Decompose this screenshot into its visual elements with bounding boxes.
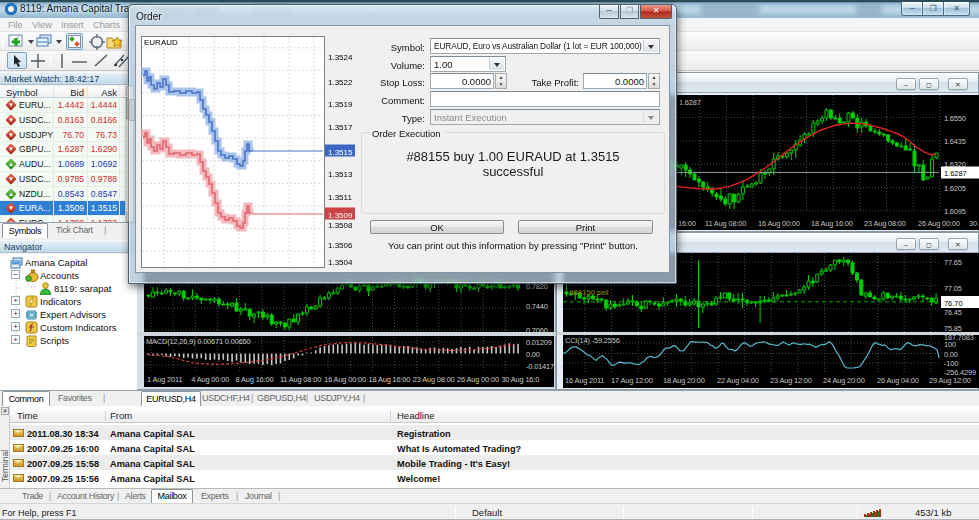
svg-text:1.6550: 1.6550 [944,114,966,123]
svg-text:26 Aug 00:00: 26 Aug 00:00 [918,219,960,228]
svg-text:16:00: 16:00 [678,219,696,228]
svg-text:16 Aug 00:00: 16 Aug 00:00 [324,375,366,384]
svg-text:22 Aug 04:00: 22 Aug 04:00 [717,376,759,385]
svg-text:#88150 sell: #88150 sell [569,288,609,297]
svg-text:18 Aug 16:00: 18 Aug 16:00 [811,219,853,228]
svg-text:23 Aug 12:00: 23 Aug 12:00 [770,376,812,385]
svg-text:0.7440: 0.7440 [526,302,548,311]
svg-text:0.01209: 0.01209 [526,338,552,347]
svg-text:76.45: 76.45 [944,308,962,317]
svg-text:30 Aug 16:0: 30 Aug 16:0 [501,375,539,384]
svg-text:11 Aug 08:00: 11 Aug 08:00 [280,375,321,384]
svg-text:1.3519: 1.3519 [328,100,353,109]
svg-text:23 Aug 08:00: 23 Aug 08:00 [413,375,455,384]
svg-text:26 Aug 04:00: 26 Aug 04:00 [877,376,919,385]
svg-text:30 Aug 16:0: 30 Aug 16:0 [969,219,979,228]
svg-text:0.00: 0.00 [944,350,958,359]
svg-text:1.6435: 1.6435 [944,137,966,146]
svg-text:23 Aug 08:00: 23 Aug 08:00 [864,219,906,228]
svg-text:1.3504: 1.3504 [328,258,353,267]
svg-text:1.3508: 1.3508 [328,221,353,230]
svg-text:18 Aug 20:00: 18 Aug 20:00 [663,376,705,385]
svg-text:1 Aug 2011: 1 Aug 2011 [147,375,182,384]
svg-text:1.3524: 1.3524 [328,53,353,62]
svg-text:75.85: 75.85 [944,324,962,333]
svg-text:24 Aug 20:00: 24 Aug 20:00 [823,376,865,385]
svg-text:EURAUD: EURAUD [144,38,178,47]
svg-text:1.6287: 1.6287 [679,98,701,107]
svg-text:8 Aug 16:00: 8 Aug 16:00 [236,375,274,384]
svg-text:0.00: 0.00 [526,350,540,359]
svg-text:29 Aug 12:00: 29 Aug 12:00 [929,376,971,385]
svg-text:MACD(12,26,9) 0.00671 0.00650: MACD(12,26,9) 0.00671 0.00650 [146,337,251,346]
svg-text:11 Aug 08:00: 11 Aug 08:00 [705,219,746,228]
svg-text:1.3511: 1.3511 [328,193,352,202]
svg-text:1.3517: 1.3517 [328,123,353,132]
svg-text:77.05: 77.05 [944,284,962,293]
svg-text:100: 100 [944,340,956,349]
svg-text:1.6287: 1.6287 [944,169,967,178]
svg-text:76.70: 76.70 [944,299,963,308]
svg-text:26 Aug 00:00: 26 Aug 00:00 [457,375,499,384]
svg-text:4 Aug 00:00: 4 Aug 00:00 [191,375,229,384]
svg-text:16 Aug 00:00: 16 Aug 00:00 [758,219,800,228]
svg-text:-0.01417: -0.01417 [526,362,554,371]
svg-text:1.3509: 1.3509 [328,211,353,220]
svg-text:1.6095: 1.6095 [944,207,966,216]
svg-text:17 Aug 12:00: 17 Aug 12:00 [611,376,653,385]
svg-text:1.3522: 1.3522 [328,78,353,87]
svg-text:CCI(14) -59.2556: CCI(14) -59.2556 [565,336,620,345]
svg-text:1.6205: 1.6205 [944,184,966,193]
svg-text:0.7060: 0.7060 [526,326,548,335]
svg-text:77.65: 77.65 [944,258,962,267]
svg-text:16 Aug 2011: 16 Aug 2011 [565,376,604,385]
svg-text:18 Aug 16:00: 18 Aug 16:00 [369,375,411,384]
